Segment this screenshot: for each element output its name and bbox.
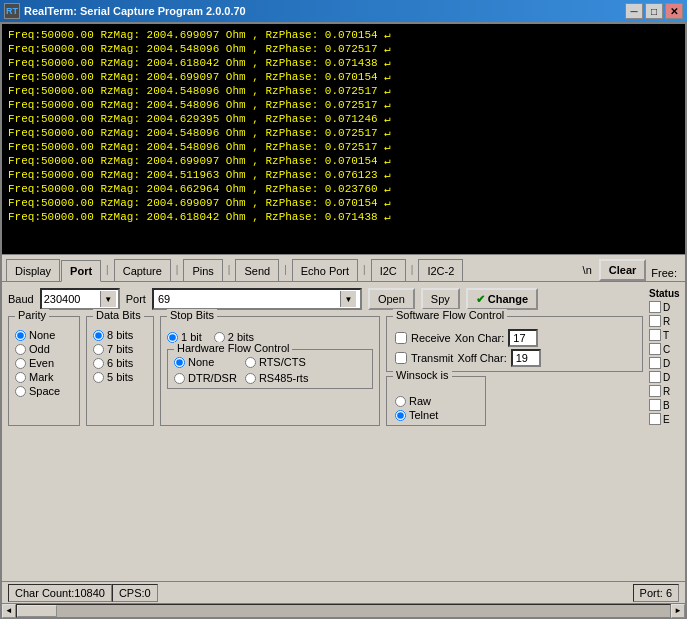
databits-6-row: 6 bits bbox=[93, 357, 147, 369]
parity-odd-radio[interactable] bbox=[15, 344, 26, 355]
scroll-left-button[interactable]: ◄ bbox=[2, 604, 16, 618]
tab-separator-1: | bbox=[102, 259, 113, 281]
databits-7-label: 7 bits bbox=[107, 343, 133, 355]
receive-checkbox[interactable] bbox=[395, 332, 407, 344]
parity-mark-radio[interactable] bbox=[15, 372, 26, 383]
stopbits-title: Stop Bits bbox=[167, 309, 217, 321]
tab-i2c[interactable]: I2C bbox=[371, 259, 406, 281]
status-r2: R bbox=[649, 385, 679, 397]
winsock-raw-radio[interactable] bbox=[395, 396, 406, 407]
hwflow-group: Hardware Flow Control None DTR/DSR bbox=[167, 349, 373, 389]
hwflow-none-radio[interactable] bbox=[174, 357, 185, 368]
parity-title: Parity bbox=[15, 309, 49, 321]
receive-row: Receive Xon Char: 17 bbox=[395, 329, 634, 347]
swflow-title: Software Flow Control bbox=[393, 309, 507, 321]
status-r: R bbox=[649, 315, 679, 327]
newline-button[interactable]: \n bbox=[577, 259, 598, 281]
close-button[interactable]: ✕ bbox=[665, 3, 683, 19]
parity-even-row: Even bbox=[15, 357, 73, 369]
databits-5-radio[interactable] bbox=[93, 372, 104, 383]
stopbits-2-radio[interactable] bbox=[214, 332, 225, 343]
xoff-input[interactable]: 19 bbox=[511, 349, 541, 367]
hwflow-rs485-label: RS485-rts bbox=[259, 372, 309, 384]
tab-pins[interactable]: Pins bbox=[183, 259, 222, 281]
xon-label: Xon Char: bbox=[455, 332, 505, 344]
hwflow-none-row: None bbox=[174, 356, 237, 368]
databits-8-radio[interactable] bbox=[93, 330, 104, 341]
winsock-telnet-radio[interactable] bbox=[395, 410, 406, 421]
change-button[interactable]: ✔ Change bbox=[466, 288, 538, 310]
tab-send[interactable]: Send bbox=[235, 259, 279, 281]
open-button[interactable]: Open bbox=[368, 288, 415, 310]
hwflow-rs485-radio[interactable] bbox=[245, 373, 256, 384]
scrollbar: ◄ ► bbox=[2, 603, 685, 617]
parity-space-radio[interactable] bbox=[15, 386, 26, 397]
maximize-button[interactable]: □ bbox=[645, 3, 663, 19]
baud-port-row: Baud 230400 ▼ Port 69 ▼ Open Spy ✔ Chang… bbox=[8, 288, 643, 310]
hwflow-rtscts-radio[interactable] bbox=[245, 357, 256, 368]
char-count: Char Count:10840 bbox=[8, 584, 112, 602]
minimize-button[interactable]: ─ bbox=[625, 3, 643, 19]
databits-group: Data Bits 8 bits 7 bits 6 bits bbox=[86, 316, 154, 426]
tab-i2c-2[interactable]: I2C-2 bbox=[418, 259, 463, 281]
parity-none-radio[interactable] bbox=[15, 330, 26, 341]
xon-input[interactable]: 17 bbox=[508, 329, 538, 347]
parity-space-label: Space bbox=[29, 385, 60, 397]
xoff-label: Xoff Char: bbox=[457, 352, 506, 364]
tab-display[interactable]: Display bbox=[6, 259, 60, 281]
scroll-thumb[interactable] bbox=[17, 605, 57, 617]
tab-separator-6: | bbox=[407, 259, 418, 281]
winsock-raw-label: Raw bbox=[409, 395, 431, 407]
terminal-line: Freq:50000.00 RzMag: 2004.629395 Ohm , R… bbox=[8, 112, 679, 126]
port-dropdown-arrow[interactable]: ▼ bbox=[340, 291, 356, 307]
terminal-line: Freq:50000.00 RzMag: 2004.548096 Ohm , R… bbox=[8, 140, 679, 154]
main-window: Freq:50000.00 RzMag: 2004.699097 Ohm , R… bbox=[0, 22, 687, 619]
terminal-output: Freq:50000.00 RzMag: 2004.699097 Ohm , R… bbox=[2, 24, 685, 254]
winsock-raw-row: Raw bbox=[395, 395, 477, 407]
databits-7-radio[interactable] bbox=[93, 344, 104, 355]
parity-even-radio[interactable] bbox=[15, 358, 26, 369]
hwflow-rtscts-row: RTS/CTS bbox=[245, 356, 309, 368]
receive-label: Receive bbox=[411, 332, 451, 344]
tab-port[interactable]: Port bbox=[61, 260, 101, 282]
tab-separator-4: | bbox=[280, 259, 291, 281]
tab-separator-5: | bbox=[359, 259, 370, 281]
swflow-group: Software Flow Control Receive Xon Char: … bbox=[386, 316, 643, 372]
tab-echo-port[interactable]: Echo Port bbox=[292, 259, 358, 281]
free-label: Free: bbox=[647, 265, 681, 281]
databits-6-radio[interactable] bbox=[93, 358, 104, 369]
hwflow-dtr-label: DTR/DSR bbox=[188, 372, 237, 384]
tab-capture[interactable]: Capture bbox=[114, 259, 171, 281]
scroll-track[interactable] bbox=[16, 604, 671, 618]
winsock-telnet-label: Telnet bbox=[409, 409, 438, 421]
spy-button[interactable]: Spy bbox=[421, 288, 460, 310]
status-title: Status bbox=[649, 288, 679, 299]
terminal-line: Freq:50000.00 RzMag: 2004.699097 Ohm , R… bbox=[8, 70, 679, 84]
hwflow-dtr-radio[interactable] bbox=[174, 373, 185, 384]
scroll-right-button[interactable]: ► bbox=[671, 604, 685, 618]
parity-none-label: None bbox=[29, 329, 55, 341]
app-icon: RT bbox=[4, 3, 20, 19]
clear-button[interactable]: Clear bbox=[599, 259, 647, 281]
tab-separator-3: | bbox=[224, 259, 235, 281]
parity-group: Parity None Odd Even Ma bbox=[8, 316, 80, 426]
stopbits-row: 1 bit 2 bits bbox=[167, 329, 373, 343]
tab-bar: Display Port | Capture | Pins | Send | E… bbox=[2, 254, 685, 282]
transmit-checkbox[interactable] bbox=[395, 352, 407, 364]
left-panel: Baud 230400 ▼ Port 69 ▼ Open Spy ✔ Chang… bbox=[8, 288, 643, 575]
databits-7-row: 7 bits bbox=[93, 343, 147, 355]
databits-5-row: 5 bits bbox=[93, 371, 147, 383]
hwflow-title: Hardware Flow Control bbox=[174, 342, 292, 354]
port-input[interactable]: 69 ▼ bbox=[152, 288, 362, 310]
hwflow-rs485-row: RS485-rts bbox=[245, 372, 309, 384]
port-label: Port bbox=[126, 293, 146, 305]
hwflow-options: None DTR/DSR RTS/CTS bbox=[174, 354, 366, 384]
stopbits-1-radio[interactable] bbox=[167, 332, 178, 343]
right-status-panel: Status D R T C D D R B E bbox=[649, 288, 679, 575]
right-groups: Software Flow Control Receive Xon Char: … bbox=[386, 316, 643, 426]
baud-select[interactable]: 230400 ▼ bbox=[40, 288, 120, 310]
terminal-line: Freq:50000.00 RzMag: 2004.548096 Ohm , R… bbox=[8, 126, 679, 140]
terminal-line: Freq:50000.00 RzMag: 2004.618042 Ohm , R… bbox=[8, 56, 679, 70]
status-e: E bbox=[649, 413, 679, 425]
baud-dropdown-arrow[interactable]: ▼ bbox=[100, 291, 116, 307]
